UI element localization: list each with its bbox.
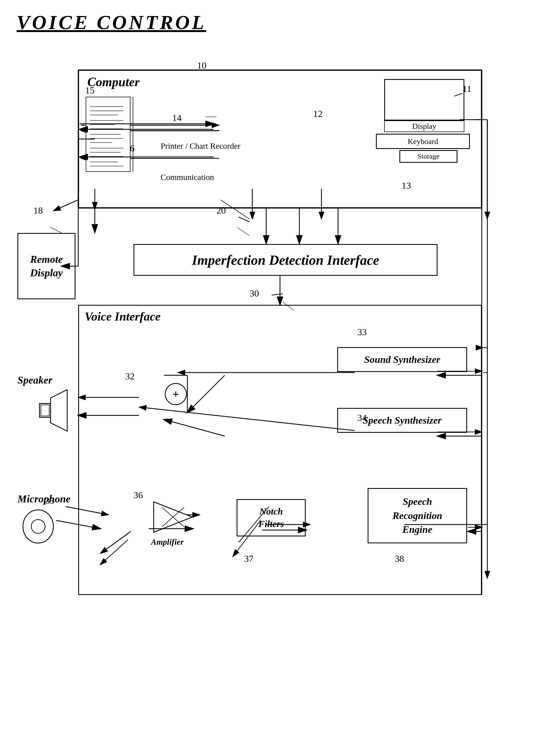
voice-interface-box: Voice Interface Sound Synthesizer Speech… (78, 305, 482, 595)
printer-chart-recorder-label: Printer / Chart Recorder (161, 141, 240, 151)
display-monitor (384, 79, 464, 121)
imperfection-detection-label: Imperfection Detection Interface (192, 252, 379, 268)
keyboard-box: Keyboard (376, 134, 470, 149)
sum-circle: + (165, 383, 187, 405)
svg-line-50 (272, 294, 283, 295)
microphone-label: Microphone (17, 493, 70, 505)
microphone-group: Microphone (17, 493, 70, 547)
speech-synthesizer-box: Speech Synthesizer (337, 408, 467, 433)
svg-point-75 (23, 510, 53, 543)
communication-label: Communication (161, 173, 214, 182)
computer-label: Computer (87, 75, 140, 89)
speech-synthesizer-label: Speech Synthesizer (363, 414, 441, 426)
svg-text:30: 30 (250, 288, 259, 299)
speech-recognition-engine-label: SpeechRecognitionEngine (392, 495, 442, 536)
svg-text:10: 10 (197, 60, 206, 71)
speaker-group: Speaker (17, 374, 73, 433)
notch-filters-label: NotchFilters (258, 505, 284, 530)
svg-line-112 (237, 228, 250, 236)
svg-text:18: 18 (33, 205, 43, 216)
imperfection-detection-box: Imperfection Detection Interface (134, 244, 438, 276)
sound-synthesizer-box: Sound Synthesizer (337, 347, 467, 372)
svg-marker-73 (51, 390, 67, 431)
svg-line-48 (53, 200, 78, 211)
svg-line-111 (51, 228, 62, 233)
voice-interface-label: Voice Interface (85, 310, 161, 324)
notch-filters-box: NotchFilters (237, 499, 306, 536)
amplifier-label: Amplifier (151, 537, 195, 547)
remote-display-box: Remote Display (17, 233, 75, 299)
speech-recognition-engine-box: SpeechRecognitionEngine (368, 488, 467, 543)
remote-display-label: Remote Display (18, 253, 75, 280)
display-label: Display (384, 121, 464, 132)
printer-document (85, 96, 137, 176)
page-title: VOICE CONTROL (17, 11, 543, 34)
speaker-label: Speaker (17, 374, 73, 386)
display-unit: Display Keyboard Storage (376, 79, 473, 163)
storage-box: Storage (399, 150, 457, 163)
amplifier-group: Amplifier (151, 499, 195, 547)
computer-box: Computer (78, 70, 482, 208)
svg-line-49 (239, 217, 250, 222)
sound-synthesizer-label: Sound Synthesizer (364, 354, 440, 366)
